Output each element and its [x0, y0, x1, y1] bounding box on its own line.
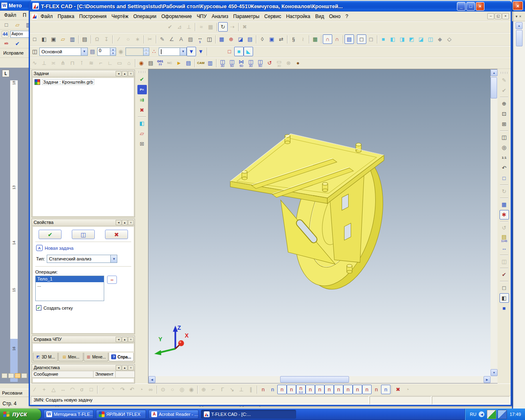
wireframe-cube-icon[interactable]: ◻	[500, 283, 509, 292]
panel-pin-icon[interactable]: ▲	[122, 71, 128, 76]
toolpath-icon[interactable]: ∿	[30, 58, 39, 68]
zoom-window-icon[interactable]: □	[500, 173, 509, 183]
scroll-left-icon[interactable]: ◀	[148, 376, 155, 383]
corner-fillet-icon[interactable]: Γ	[218, 385, 227, 394]
chevron-down-icon[interactable]	[81, 48, 87, 55]
mesh-checkbox[interactable]	[36, 305, 41, 310]
sketch-icon[interactable]: ✎	[158, 34, 167, 44]
snap-arc-icon[interactable]: n	[324, 385, 334, 394]
tray-network-icon[interactable]	[498, 410, 507, 419]
toolpath-5d-icon[interactable]: ◫5D	[227, 58, 237, 68]
copy-properties-icon[interactable]: ◫	[205, 34, 214, 44]
menu-help[interactable]: ?	[343, 12, 351, 21]
column-message[interactable]: Сообщение	[32, 371, 94, 377]
word-font-size-icon[interactable]: 44	[2, 31, 9, 38]
toolbar-grip[interactable]	[138, 71, 146, 73]
postprocessor-icon[interactable]: ⌐	[96, 58, 105, 68]
snap-intersection-icon[interactable]: n	[277, 385, 287, 394]
circle-3point-icon[interactable]: ◎	[177, 385, 187, 394]
taskbar-item-shortcuts[interactable]: ЯРЛЫКИ TFLEX	[96, 410, 146, 419]
node-icon[interactable]: ∗	[133, 34, 142, 44]
word-menu-next[interactable]: П	[21, 11, 29, 19]
select-solids-icon[interactable]: ◧	[137, 119, 147, 128]
shaded-cube-icon[interactable]: ■	[500, 304, 509, 313]
menu-parameters[interactable]: Параметры	[231, 12, 262, 21]
list-item[interactable]: ...	[36, 282, 104, 288]
snap-nearest-icon[interactable]: n	[372, 385, 381, 394]
save-icon[interactable]: ▥	[68, 34, 77, 44]
operations-list[interactable]: Тело_1 ...	[35, 276, 104, 301]
scroll-thumb[interactable]	[491, 77, 497, 98]
spring-icon[interactable]: ≀	[298, 34, 308, 44]
panel-close-icon[interactable]: ×	[128, 71, 134, 76]
snap-grid-icon[interactable]: n	[353, 385, 362, 394]
rotate-model-icon[interactable]: ↻	[500, 187, 509, 196]
panel-pin-icon[interactable]: ▲	[122, 365, 128, 370]
layer-select[interactable]: Основной	[39, 48, 88, 56]
fill-color-icon[interactable]: ◉	[116, 47, 126, 56]
drill-cycle-icon[interactable]: ⊥	[39, 58, 49, 68]
apply-icon[interactable]: ✔	[500, 86, 509, 95]
model-structure-icon[interactable]: ▤	[245, 34, 255, 44]
parallel-icon[interactable]: ∥	[246, 385, 256, 394]
machine-icon[interactable]: ⌂	[124, 58, 134, 68]
properties-panel-header[interactable]: Свойства ◄ ▲ ×	[32, 219, 135, 226]
toolpath-3d-icon[interactable]: ◫3D	[218, 58, 227, 68]
branch-icon[interactable]: ⇉	[137, 95, 147, 105]
circle-center-icon[interactable]: ⊙	[158, 385, 168, 394]
ellipse-icon[interactable]: ∞	[146, 385, 155, 394]
hatch-icon[interactable]: ▨	[186, 34, 195, 44]
scroll-track[interactable]	[155, 376, 484, 383]
element-filter-solid-icon[interactable]: ■	[234, 47, 244, 56]
word-open-icon[interactable]: ▱	[13, 20, 22, 30]
cancel-icon[interactable]: ✖	[137, 105, 147, 115]
titlebar[interactable]: T-FLEX CAD - [C:\Documents and Settings\…	[30, 1, 511, 11]
perpendicular-icon[interactable]: ⊥	[237, 385, 246, 394]
word-style-icon[interactable]: ab	[2, 39, 11, 48]
snap-endpoint-icon[interactable]: n	[306, 385, 315, 394]
document-menu-icon[interactable]	[32, 14, 37, 19]
box-mode-icon[interactable]: ◫	[426, 34, 435, 44]
word-close-button[interactable]: ×	[513, 1, 523, 10]
toolpath-3d-mill-icon[interactable]: ◫3D	[246, 58, 256, 68]
minimize-button[interactable]: _	[457, 2, 466, 11]
draw-arc-icon[interactable]: ◠	[68, 385, 77, 394]
trim-icon[interactable]: ✂	[145, 34, 155, 44]
import-icon[interactable]: ↧	[102, 34, 111, 44]
word-menu-file[interactable]: Файл	[2, 11, 19, 19]
snap-crossing-icon[interactable]: n	[287, 385, 296, 394]
language-indicator[interactable]: RU	[470, 412, 477, 417]
zoom-previous-icon[interactable]: ↶	[500, 163, 509, 173]
arc-center-icon[interactable]: ◔	[137, 385, 146, 394]
analysis-table-icon[interactable]: ▦	[206, 22, 215, 32]
select-faces-icon[interactable]: ▱	[137, 129, 147, 138]
hand-tool-icon[interactable]: ●	[293, 58, 303, 68]
open-icon[interactable]: ▱	[58, 34, 68, 44]
level-spinner[interactable]: 0	[97, 48, 116, 56]
new-task-row[interactable]: A Новая задача	[35, 242, 131, 253]
gcode-icon[interactable]: G01??	[155, 58, 165, 68]
mill-3d-icon[interactable]: ⋔	[58, 58, 68, 68]
scroll-up-icon[interactable]: ▲	[516, 22, 523, 29]
workplane-filter-icon[interactable]: ◣	[244, 47, 253, 56]
menu-drawing[interactable]: Чертёж	[109, 12, 131, 21]
copy-icon[interactable]: ▣	[267, 34, 276, 44]
scroll-thumb[interactable]	[516, 30, 523, 46]
ruler-3d-icon[interactable]: ▭3D	[274, 58, 284, 68]
update-model-icon[interactable]: ▤1146	[500, 233, 509, 243]
calculator-icon[interactable]: ▦	[310, 34, 320, 44]
document-close-icon[interactable]: ×	[519, 14, 521, 18]
cam-sphere-icon[interactable]: ◉	[137, 58, 146, 68]
analysis-results-icon[interactable]: ≈	[196, 22, 206, 32]
scroll-up-icon[interactable]: ▲	[491, 69, 498, 76]
word-vertical-scrollbar[interactable]: ▲	[512, 21, 525, 409]
filter-icon[interactable]: ▼	[187, 47, 196, 56]
chevron-down-icon[interactable]	[110, 255, 117, 262]
menu-view[interactable]: Вид	[313, 12, 327, 21]
mdi-minimize-button[interactable]: –	[487, 13, 494, 19]
shaded-mode-icon[interactable]: ■	[379, 34, 388, 44]
cam-manager-icon[interactable]: ▥	[205, 58, 215, 68]
menu-analysis[interactable]: Анализ	[209, 12, 231, 21]
color-select[interactable]	[159, 48, 187, 56]
draw-node-icon[interactable]: +	[39, 385, 49, 394]
